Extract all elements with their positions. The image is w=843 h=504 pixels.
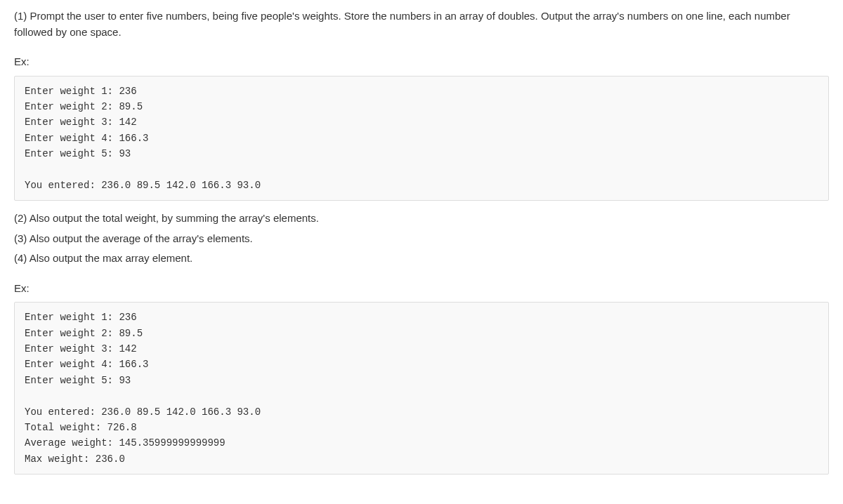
- step-3-description: (3) Also output the average of the array…: [14, 231, 829, 247]
- example-label-1: Ex:: [14, 54, 829, 70]
- step-4-description: (4) Also output the max array element.: [14, 251, 829, 267]
- step-2-description: (2) Also output the total weight, by sum…: [14, 211, 829, 227]
- example-label-2: Ex:: [14, 281, 829, 297]
- code-example-2: Enter weight 1: 236 Enter weight 2: 89.5…: [14, 302, 829, 475]
- code-example-1: Enter weight 1: 236 Enter weight 2: 89.5…: [14, 76, 829, 201]
- step-1-description: (1) Prompt the user to enter five number…: [14, 8, 829, 40]
